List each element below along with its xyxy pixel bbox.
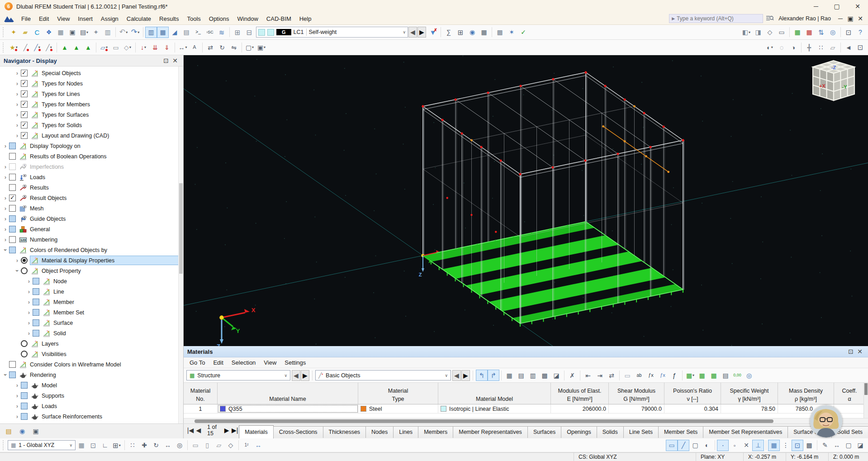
menu-options[interactable]: Options: [205, 14, 233, 24]
printout-report-button[interactable]: ▥: [102, 27, 114, 38]
work-plane-select-button[interactable]: ⊞▾: [111, 440, 123, 451]
expand-arrow-icon[interactable]: ›: [2, 247, 9, 254]
expand-arrow-icon[interactable]: ›: [14, 80, 21, 87]
select-row-in-graphics-button[interactable]: ↱: [488, 370, 499, 381]
dlubal-center-button[interactable]: C: [31, 27, 43, 38]
help-button[interactable]: ?: [854, 27, 866, 38]
tree-checkbox[interactable]: [21, 132, 28, 139]
select-in-graphics-button[interactable]: ↰: [476, 370, 488, 381]
menu-window[interactable]: Window: [233, 14, 262, 24]
tree-radio[interactable]: [21, 267, 28, 274]
tree-item-supports[interactable]: ›Supports: [0, 390, 183, 401]
navigator-close-button[interactable]: ✕: [171, 56, 180, 65]
diagram-button[interactable]: ◢: [169, 27, 180, 38]
expand-arrow-icon[interactable]: ›: [25, 288, 33, 295]
tree-item-member-set[interactable]: ›Member Set: [0, 307, 183, 318]
import-window-button[interactable]: ⊟: [243, 27, 255, 38]
measure-button[interactable]: ↔: [831, 440, 843, 451]
expand-arrow-icon[interactable]: ›: [2, 205, 9, 212]
tree-checkbox[interactable]: [33, 319, 39, 326]
chevron-down-icon[interactable]: ∨: [403, 30, 406, 34]
new-line-support-button[interactable]: ▲: [71, 42, 82, 53]
tree-item-visibilities[interactable]: Visibilities: [0, 349, 183, 359]
tree-item-colors-of-rendered-objects-by[interactable]: ›Colors of Rendered Objects by: [0, 245, 183, 255]
expand-arrow-icon[interactable]: ›: [14, 70, 21, 76]
tree-item-consider-colors-in-wireframe-model[interactable]: Consider Colors in Wireframe Model: [0, 359, 183, 370]
next-table-button[interactable]: ▶: [223, 426, 231, 434]
snap-midpoint-button[interactable]: ◦: [729, 440, 740, 451]
new-printout-report-button[interactable]: ✦: [90, 27, 102, 38]
expand-arrow-icon[interactable]: ›: [14, 392, 21, 399]
tab-thicknesses[interactable]: Thicknesses: [323, 426, 366, 438]
tree-item-line[interactable]: ›Line: [0, 286, 183, 297]
tree-checkbox[interactable]: [9, 236, 16, 243]
expand-arrow-icon[interactable]: ›: [25, 330, 33, 337]
new-nodal-support-button[interactable]: ▲: [59, 42, 71, 53]
toolbar-grip[interactable]: [3, 43, 6, 52]
formula-edit-button[interactable]: ƒx: [657, 370, 669, 381]
tree-item-results[interactable]: Results: [0, 182, 183, 193]
new-model-button[interactable]: ✦: [8, 27, 19, 38]
menu-file[interactable]: File: [17, 14, 35, 24]
function-list-button[interactable]: ƒ: [669, 370, 680, 381]
expand-arrow-icon[interactable]: ›: [14, 90, 21, 97]
new-solid-button[interactable]: ◇▾: [122, 42, 133, 53]
minimize-button[interactable]: ─: [806, 0, 826, 13]
3d-viewport[interactable]: ZXYZ-Z+X-Y: [184, 55, 868, 346]
object-snap-button[interactable]: ⊡: [792, 440, 803, 451]
import-table-button[interactable]: ⇤: [582, 370, 594, 381]
menu-calculate[interactable]: Calculate: [123, 14, 155, 24]
snap-button[interactable]: ⊡: [87, 440, 99, 451]
tree-checkbox[interactable]: [21, 122, 28, 128]
tree-checkbox[interactable]: [9, 143, 16, 149]
section-button[interactable]: ◪: [854, 440, 866, 451]
toolbar-grip[interactable]: [3, 440, 6, 450]
edit-text-button[interactable]: ab: [633, 370, 645, 381]
expand-arrow-icon[interactable]: ›: [2, 215, 9, 222]
user-account-label[interactable]: Alexander Rao | Rao: [778, 15, 831, 22]
ortho-button[interactable]: ∟: [99, 440, 111, 451]
tab-nodes[interactable]: Nodes: [365, 426, 394, 438]
tab-member-set-representatives[interactable]: Member Set Representatives: [703, 426, 788, 438]
tree-item-special-objects[interactable]: ›Special Objects: [0, 68, 183, 78]
previous-view-button[interactable]: ◄: [843, 42, 854, 53]
new-nodal-load-button[interactable]: ↓▾: [138, 42, 149, 53]
tree-item-surface-reinforcements[interactable]: ›Surface Reinforcements: [0, 411, 183, 422]
expand-arrow-icon[interactable]: ›: [14, 267, 21, 275]
expand-arrow-icon[interactable]: ›: [14, 101, 21, 108]
table-row[interactable]: 1Q355SteelIsotropic | Linear Elastic2060…: [184, 404, 868, 413]
tree-item-result-objects[interactable]: ›Result Objects: [0, 193, 183, 203]
find-button[interactable]: ◎: [827, 27, 839, 38]
tree-item-types-for-nodes[interactable]: ›Types for Nodes: [0, 78, 183, 89]
expand-arrow-icon[interactable]: ›: [14, 257, 21, 264]
scrollbar-thumb[interactable]: [194, 419, 773, 423]
undo-button[interactable]: ↶▾: [118, 27, 129, 38]
menu-help[interactable]: Help: [295, 14, 316, 24]
tree-checkbox[interactable]: [21, 382, 28, 389]
show-results-button[interactable]: ◉: [466, 27, 478, 38]
tab-openings[interactable]: Openings: [561, 426, 597, 438]
new-line-button[interactable]: ╱: [19, 42, 31, 53]
new-opening-button[interactable]: ▭: [110, 42, 122, 53]
tab-member-sets[interactable]: Member Sets: [658, 426, 703, 438]
view-xy-button[interactable]: ▭: [190, 440, 201, 451]
visibility-hide-button[interactable]: ◌: [776, 42, 787, 53]
tree-item-loads[interactable]: ›Loads: [0, 172, 183, 182]
background-grid-button[interactable]: ▩: [803, 440, 815, 451]
save-button[interactable]: ▣: [66, 27, 78, 38]
tree-item-member[interactable]: ›Member: [0, 297, 183, 307]
table-view-2-button[interactable]: ▤: [515, 370, 527, 381]
new-surface-support-button[interactable]: ▲: [82, 42, 94, 53]
snap-perpendicular-button[interactable]: ⊥: [752, 440, 764, 451]
menu-edit[interactable]: Edit: [35, 14, 53, 24]
new-annotation-button[interactable]: A: [189, 42, 200, 53]
mdi-minimize-button[interactable]: ─: [835, 14, 845, 23]
tree-item-rendering[interactable]: ›Rendering: [0, 370, 183, 380]
table-settings-button[interactable]: ▤: [720, 370, 731, 381]
rotate-view-button[interactable]: ↻: [150, 440, 162, 451]
new-surface-button[interactable]: ▱▾: [98, 42, 110, 53]
snap-settings-button[interactable]: ∷: [815, 42, 827, 53]
zoom-view-button[interactable]: ◎: [174, 440, 185, 451]
tab-solids[interactable]: Solids: [597, 426, 624, 438]
default-view-button[interactable]: ◇: [225, 440, 237, 451]
